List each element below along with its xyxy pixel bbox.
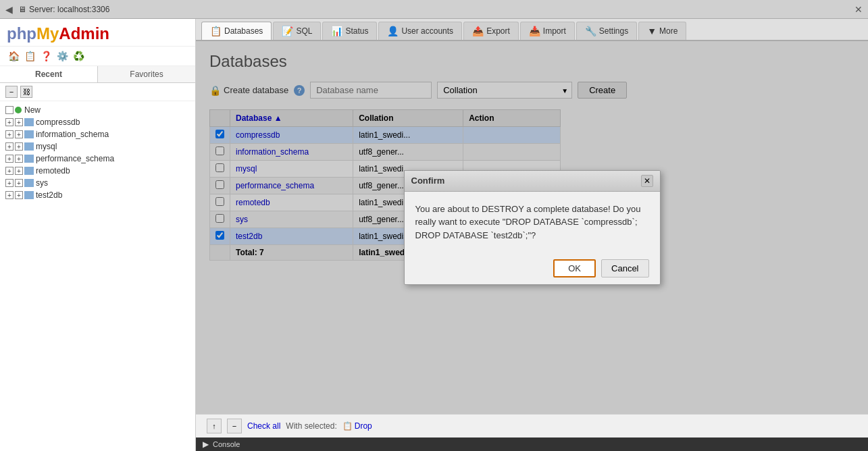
drop-label: Drop	[355, 421, 372, 431]
bottom-bar: ↑ − Check all With selected: 📋 Drop	[196, 414, 868, 437]
expand-icon: +	[5, 191, 14, 199]
expand-icon: +	[5, 118, 14, 126]
tab-status[interactable]: 📊 Status	[322, 22, 377, 40]
collapse-button[interactable]: −	[5, 86, 18, 98]
tree-item-test2db[interactable]: + + test2db	[0, 189, 195, 201]
modal-header: Confirm ✕	[405, 171, 660, 192]
server-icon: 🖥	[18, 5, 26, 14]
db-icon	[24, 130, 34, 138]
tab-sql[interactable]: 📝 SQL	[273, 22, 321, 40]
refresh-icon[interactable]: ♻️	[72, 49, 85, 63]
expand-icon2: +	[15, 167, 23, 175]
tree-item-remotedb[interactable]: + + remotedb	[0, 165, 195, 177]
import-icon: 📥	[529, 26, 540, 36]
modal-message: You are about to DESTROY a complete data…	[415, 204, 641, 240]
tab-export-label: Export	[486, 26, 510, 36]
settings-tab-icon: 🔧	[585, 26, 596, 36]
db-icon	[24, 191, 34, 199]
tree-item-performance-schema[interactable]: + + performance_schema	[0, 153, 195, 165]
tab-favorites[interactable]: Favorites	[98, 66, 195, 82]
tab-more[interactable]: ▼ More	[638, 22, 686, 40]
expand-icon2: +	[15, 155, 23, 163]
tab-recent[interactable]: Recent	[0, 66, 98, 82]
db-icon	[24, 118, 34, 126]
tree-label: mysql	[36, 142, 57, 151]
sidebar-tree: New + + compressdb + + information_schem…	[0, 101, 195, 451]
expand-icon2: +	[15, 179, 23, 187]
server-label: Server: localhost:3306	[29, 5, 109, 14]
tree-item-sys[interactable]: + + sys	[0, 177, 195, 189]
db-icon	[24, 167, 34, 175]
expand-icon2: +	[15, 130, 23, 138]
expand-icon: +	[5, 155, 14, 163]
chevron-down-icon: ▼	[647, 26, 657, 36]
logo-my: My	[36, 24, 59, 43]
drop-link[interactable]: 📋 Drop	[342, 421, 372, 431]
db-icon	[24, 179, 34, 187]
back-button[interactable]: ◀	[5, 4, 13, 15]
tab-databases[interactable]: 📋 Databases	[201, 22, 272, 40]
export-icon: 📤	[472, 26, 484, 36]
minus-button[interactable]: −	[227, 419, 242, 433]
expand-icon: +	[5, 142, 14, 151]
confirm-modal: Confirm ✕ You are about to DESTROY a com…	[404, 170, 661, 286]
expand-icon: +	[5, 130, 14, 138]
tab-import[interactable]: 📥 Import	[520, 22, 575, 40]
with-selected-label: With selected:	[286, 421, 336, 431]
tree-item-compressdb[interactable]: + + compressdb	[0, 116, 195, 128]
tab-more-label: More	[659, 26, 678, 36]
content-area: Databases 🔒 Create database ? Collation …	[196, 41, 868, 414]
sidebar-toolbar: − ⛓	[0, 83, 195, 101]
expand-icon: +	[5, 179, 14, 187]
tree-label: remotedb	[36, 166, 70, 176]
sql-icon: 📝	[282, 26, 293, 36]
check-all-link[interactable]: Check all	[247, 421, 280, 431]
tab-export[interactable]: 📤 Export	[463, 22, 519, 40]
arrow-button[interactable]: ↑	[207, 419, 222, 433]
sidebar-icons: 🏠 📋 ❓ ⚙️ ♻️	[0, 47, 195, 66]
settings-icon[interactable]: ⚙️	[55, 49, 69, 63]
databases-icon: 📋	[210, 26, 222, 36]
console-label: Console	[213, 440, 240, 448]
tree-label: compressdb	[36, 117, 80, 127]
tree-item-new[interactable]: New	[0, 104, 195, 116]
tree-item-information-schema[interactable]: + + information_schema	[0, 128, 195, 140]
expand-icon2: +	[15, 142, 23, 151]
ok-button[interactable]: OK	[553, 259, 596, 277]
db-icon	[24, 155, 34, 163]
status-icon: 📊	[331, 26, 342, 36]
tab-user-accounts[interactable]: 👤 User accounts	[378, 22, 462, 40]
drop-icon: 📋	[342, 421, 353, 431]
database-icon[interactable]: 📋	[23, 49, 36, 63]
modal-close-button[interactable]: ✕	[641, 175, 653, 187]
cancel-button[interactable]: Cancel	[601, 259, 648, 277]
modal-overlay: Confirm ✕ You are about to DESTROY a com…	[196, 41, 868, 414]
logo-admin: Admin	[59, 24, 109, 43]
link-button[interactable]: ⛓	[20, 86, 32, 98]
top-bar: ◀ 🖥 Server: localhost:3306 ✕	[0, 0, 868, 19]
expand-icon2: +	[15, 191, 23, 199]
db-icon	[24, 142, 34, 151]
home-icon[interactable]: 🏠	[7, 49, 20, 63]
tab-settings[interactable]: 🔧 Settings	[576, 22, 637, 40]
expand-icon: +	[5, 167, 14, 175]
sidebar: phpMyAdmin 🏠 📋 ❓ ⚙️ ♻️ Recent Favorites …	[0, 19, 196, 451]
window-close-button[interactable]: ✕	[854, 4, 863, 15]
user-icon: 👤	[387, 26, 399, 36]
help-icon[interactable]: ❓	[39, 49, 53, 63]
tree-label: sys	[36, 178, 48, 188]
tab-import-label: Import	[543, 26, 566, 36]
console-icon: ▶	[203, 440, 209, 449]
tab-databases-label: Databases	[224, 26, 263, 36]
console-bar[interactable]: ▶ Console	[196, 437, 868, 451]
tab-settings-label: Settings	[599, 26, 628, 36]
logo-php: php	[7, 24, 36, 43]
tree-label-new: New	[24, 105, 41, 115]
expand-icon	[5, 106, 14, 114]
tree-label: information_schema	[36, 130, 109, 139]
modal-body: You are about to DESTROY a complete data…	[405, 192, 660, 253]
modal-footer: OK Cancel	[405, 253, 660, 284]
tree-item-mysql[interactable]: + + mysql	[0, 140, 195, 153]
nav-tabs: 📋 Databases 📝 SQL 📊 Status 👤 User accoun…	[196, 19, 868, 41]
logo: phpMyAdmin	[0, 19, 195, 47]
